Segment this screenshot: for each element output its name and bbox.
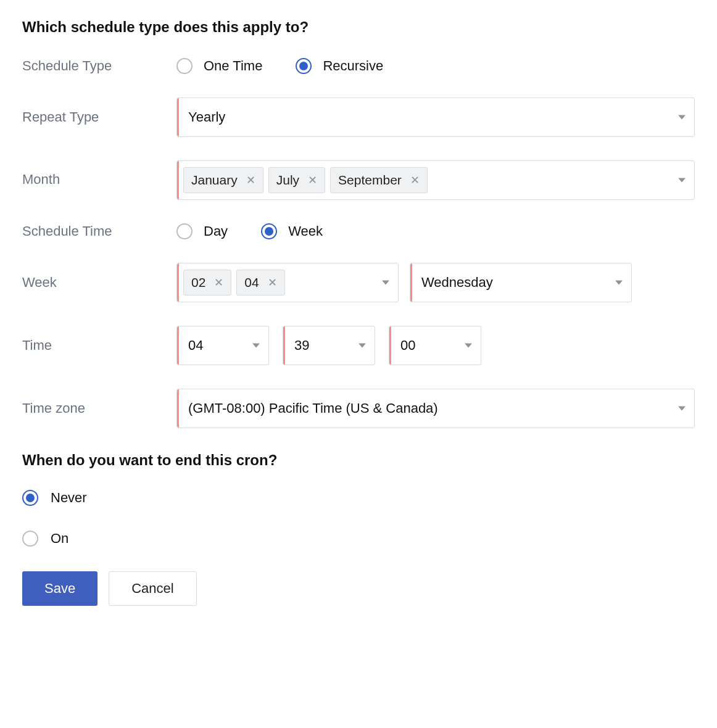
multiselect-week-numbers[interactable]: 02✕04✕ bbox=[176, 263, 399, 302]
radio-day[interactable]: Day bbox=[176, 223, 228, 239]
select-repeat-type-value: Yearly bbox=[188, 109, 225, 125]
month-tag: January✕ bbox=[183, 167, 263, 193]
month-tag: September✕ bbox=[330, 167, 428, 193]
label-schedule-type: Schedule Type bbox=[22, 58, 176, 74]
radio-end-never[interactable]: Never bbox=[22, 490, 673, 506]
button-row: Save Cancel bbox=[22, 571, 695, 606]
radio-one-time[interactable]: One Time bbox=[176, 58, 262, 74]
select-weekday[interactable]: Wednesday bbox=[410, 263, 632, 302]
select-minute[interactable]: 39 bbox=[283, 326, 375, 365]
radio-end-never-label: Never bbox=[51, 490, 87, 506]
cancel-button[interactable]: Cancel bbox=[109, 571, 196, 606]
chevron-down-icon bbox=[615, 281, 623, 285]
radio-end-on-label: On bbox=[51, 531, 68, 547]
select-second[interactable]: 00 bbox=[389, 326, 481, 365]
radio-one-time-label: One Time bbox=[204, 58, 262, 74]
radio-icon bbox=[176, 223, 193, 239]
row-schedule-time: Schedule Time Day Week bbox=[22, 223, 695, 239]
close-icon[interactable]: ✕ bbox=[244, 173, 258, 187]
radio-icon bbox=[296, 58, 312, 74]
close-icon[interactable]: ✕ bbox=[408, 173, 422, 187]
select-second-value: 00 bbox=[400, 337, 415, 354]
label-timezone: Time zone bbox=[22, 400, 176, 416]
chevron-down-icon bbox=[678, 407, 686, 411]
select-repeat-type[interactable]: Yearly bbox=[176, 97, 695, 137]
chevron-down-icon bbox=[358, 344, 366, 348]
radio-week[interactable]: Week bbox=[261, 223, 323, 239]
row-week: Week 02✕04✕ Wednesday bbox=[22, 263, 695, 302]
radio-icon bbox=[22, 531, 38, 547]
chevron-down-icon bbox=[252, 344, 260, 348]
close-icon[interactable]: ✕ bbox=[265, 276, 280, 289]
radio-icon bbox=[176, 58, 193, 74]
select-hour-value: 04 bbox=[188, 337, 203, 354]
week-number-tag: 04✕ bbox=[236, 270, 284, 296]
section-heading-schedule-type: Which schedule type does this apply to? bbox=[22, 19, 695, 36]
select-weekday-value: Wednesday bbox=[421, 275, 493, 291]
chevron-down-icon bbox=[382, 281, 389, 285]
chevron-down-icon bbox=[465, 344, 472, 348]
label-month: Month bbox=[22, 160, 176, 188]
row-schedule-type: Schedule Type One Time Recursive bbox=[22, 58, 695, 74]
multiselect-month[interactable]: January✕July✕September✕ bbox=[176, 160, 695, 200]
row-month: Month January✕July✕September✕ bbox=[22, 160, 695, 200]
radio-day-label: Day bbox=[204, 223, 228, 239]
label-repeat-type: Repeat Type bbox=[22, 109, 176, 125]
week-number-tag: 02✕ bbox=[183, 270, 231, 296]
row-time: Time 04 39 00 bbox=[22, 326, 695, 365]
select-minute-value: 39 bbox=[294, 337, 309, 354]
select-timezone-value: (GMT-08:00) Pacific Time (US & Canada) bbox=[188, 400, 438, 416]
radio-icon bbox=[22, 490, 38, 506]
label-week: Week bbox=[22, 275, 176, 291]
row-repeat-type: Repeat Type Yearly bbox=[22, 97, 695, 137]
chevron-down-icon bbox=[678, 115, 686, 120]
radio-recursive-label: Recursive bbox=[323, 58, 383, 74]
section-heading-end-cron: When do you want to end this cron? bbox=[22, 452, 695, 469]
save-button[interactable]: Save bbox=[22, 571, 97, 606]
row-timezone: Time zone (GMT-08:00) Pacific Time (US &… bbox=[22, 389, 695, 428]
radio-icon bbox=[261, 223, 277, 239]
radio-week-label: Week bbox=[288, 223, 323, 239]
select-timezone[interactable]: (GMT-08:00) Pacific Time (US & Canada) bbox=[176, 389, 695, 428]
month-tag: July✕ bbox=[268, 167, 325, 193]
chevron-down-icon bbox=[678, 178, 686, 183]
label-schedule-time: Schedule Time bbox=[22, 223, 176, 239]
close-icon[interactable]: ✕ bbox=[212, 276, 226, 289]
label-time: Time bbox=[22, 337, 176, 354]
select-hour[interactable]: 04 bbox=[176, 326, 269, 365]
radio-end-on[interactable]: On bbox=[22, 531, 673, 547]
radio-recursive[interactable]: Recursive bbox=[296, 58, 383, 74]
close-icon[interactable]: ✕ bbox=[305, 173, 320, 187]
